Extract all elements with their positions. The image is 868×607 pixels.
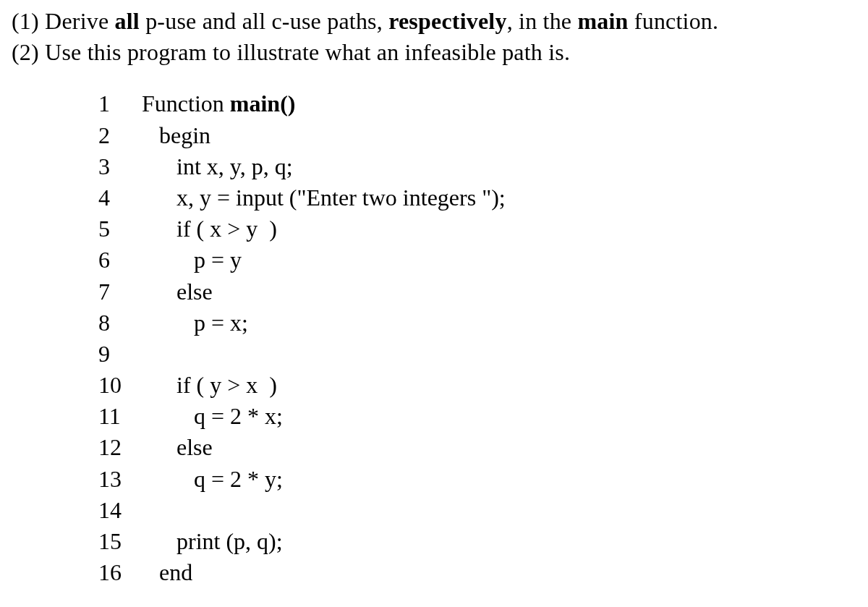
- code-text: else: [142, 276, 213, 307]
- code-text: if ( y > x ): [142, 370, 277, 401]
- code-line: 9: [98, 339, 856, 370]
- q1-bold-respectively: respectively: [388, 8, 507, 34]
- q1-bold-main: main: [577, 8, 628, 34]
- code-line: 5 if ( x > y ): [98, 213, 856, 245]
- question-block: (1) Derive all p-use and all c-use paths…: [12, 6, 856, 68]
- question-1: (1) Derive all p-use and all c-use paths…: [12, 6, 856, 37]
- question-2: (2) Use this program to illustrate what …: [12, 37, 856, 68]
- code-line: 3 int x, y, p, q;: [98, 151, 856, 182]
- code-text: end: [142, 557, 192, 588]
- code-text: int x, y, p, q;: [142, 151, 293, 182]
- line-number: 6: [98, 245, 142, 276]
- code-line: 4 x, y = input ("Enter two integers ");: [98, 182, 856, 213]
- code-line: 15 print (p, q);: [98, 526, 856, 557]
- line-number: 12: [98, 432, 142, 463]
- line-number: 13: [98, 464, 142, 495]
- q1-mid1: p-use and all c-use paths,: [140, 8, 388, 34]
- code-line: 10 if ( y > x ): [98, 370, 856, 401]
- line-number: 16: [98, 557, 142, 588]
- line-number: 14: [98, 495, 142, 526]
- line-number: 2: [98, 120, 142, 151]
- code-text: p = x;: [142, 307, 248, 339]
- code-text: q = 2 * x;: [142, 401, 283, 432]
- line-number: 10: [98, 370, 142, 401]
- code-line: 2 begin: [98, 120, 856, 151]
- code-text: x, y = input ("Enter two integers ");: [142, 182, 506, 213]
- code-line: 12 else: [98, 432, 856, 463]
- line-number: 7: [98, 276, 142, 307]
- code-line: 6 p = y: [98, 245, 856, 276]
- q1-suffix: function.: [629, 8, 719, 34]
- code-line: 14: [98, 495, 856, 526]
- code-text: p = y: [142, 245, 242, 276]
- line-number: 3: [98, 151, 142, 182]
- code-line: 8 p = x;: [98, 307, 856, 339]
- line-number: 8: [98, 307, 142, 339]
- page: (1) Derive all p-use and all c-use paths…: [0, 0, 868, 607]
- code-text: begin: [142, 120, 210, 151]
- code-text: else: [142, 432, 213, 463]
- code-text: if ( x > y ): [142, 213, 277, 245]
- q1-bold-all: all: [115, 8, 140, 34]
- code-line: 11 q = 2 * x;: [98, 401, 856, 432]
- code-text: Function main(): [142, 88, 295, 119]
- line-number: 5: [98, 213, 142, 245]
- line-number: 15: [98, 526, 142, 557]
- line-number: 11: [98, 401, 142, 432]
- code-line: 7 else: [98, 276, 856, 307]
- code-text: q = 2 * y;: [142, 464, 283, 495]
- q1-mid2: , in the: [507, 8, 578, 34]
- line-number: 1: [98, 88, 142, 119]
- code-listing: 1Function main()2 begin3 int x, y, p, q;…: [98, 88, 856, 588]
- q1-prefix: (1) Derive: [12, 8, 115, 34]
- code-text: print (p, q);: [142, 526, 283, 557]
- line-number: 4: [98, 182, 142, 213]
- code-line: 13 q = 2 * y;: [98, 464, 856, 495]
- code-line: 16 end: [98, 557, 856, 588]
- line-number: 9: [98, 339, 142, 370]
- code-line: 1Function main(): [98, 88, 856, 119]
